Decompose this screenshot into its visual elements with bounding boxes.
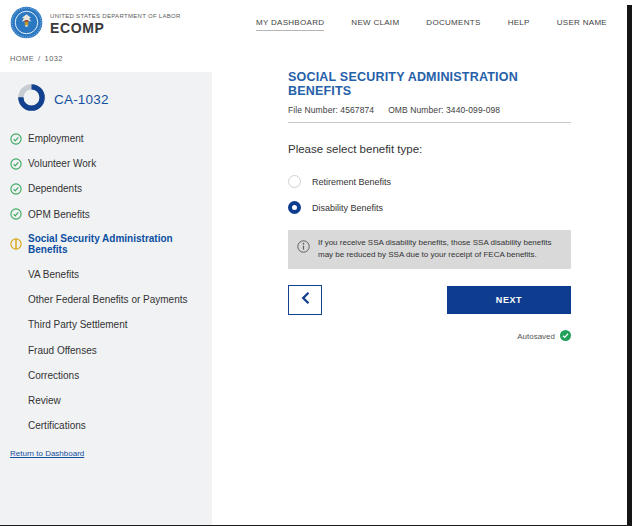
empty-status-slot <box>10 420 22 432</box>
sidebar-item-label: Review <box>28 395 61 406</box>
form-progress-sidebar: CA-1032 Employment Volunteer Work Depend… <box>0 72 212 526</box>
sidebar-item-label: OPM Benefits <box>28 209 90 220</box>
file-number-value: 4567874 <box>340 105 374 115</box>
sidebar-item-ssa-benefits[interactable]: Social Security Administration Benefits <box>0 227 212 262</box>
nav-new-claim[interactable]: NEW CLAIM <box>351 18 399 30</box>
check-circle-icon <box>10 183 22 195</box>
sidebar-item-label: Third Party Settlement <box>28 319 127 330</box>
sidebar-item-corrections[interactable]: Corrections <box>0 363 212 388</box>
breadcrumb-home[interactable]: HOME <box>10 54 34 63</box>
check-circle-icon <box>10 208 22 220</box>
sidebar-item-label: Corrections <box>28 370 79 381</box>
radio-retirement-benefits[interactable]: Retirement Benefits <box>288 175 571 188</box>
empty-status-slot <box>10 319 22 331</box>
info-icon <box>297 239 310 257</box>
progress-ring-icon <box>17 83 46 116</box>
sidebar-item-label: VA Benefits <box>28 269 79 280</box>
nav-help[interactable]: HELP <box>508 18 530 30</box>
benefit-type-question: Please select benefit type: <box>288 143 571 155</box>
form-meta: File Number: 4567874 OMB Number: 3440-09… <box>288 105 571 115</box>
in-progress-icon <box>10 238 22 250</box>
main-content: SOCIAL SECURITY ADMINISTRATION BENEFITS … <box>288 70 571 343</box>
dol-ecomp-logo[interactable]: UNITED STATES DEPARTMENT OF LABOR ECOMP <box>10 6 181 43</box>
back-button[interactable] <box>288 285 322 315</box>
sidebar-item-review[interactable]: Review <box>0 388 212 413</box>
nav-my-dashboard[interactable]: MY DASHBOARD <box>256 18 324 31</box>
form-title: CA-1032 <box>54 92 109 107</box>
section-divider <box>288 122 571 123</box>
breadcrumb-separator: / <box>38 54 40 63</box>
autosaved-check-icon <box>560 330 571 343</box>
omb-number-label: OMB Number: <box>388 105 443 115</box>
check-circle-icon <box>10 158 22 170</box>
radio-unselected-icon[interactable] <box>288 175 301 188</box>
page-title: SOCIAL SECURITY ADMINISTRATION BENEFITS <box>288 70 571 98</box>
dol-seal-icon <box>10 6 43 43</box>
sidebar-section-list: Employment Volunteer Work Dependents OPM… <box>0 126 212 438</box>
top-nav: MY DASHBOARD NEW CLAIM DOCUMENTS HELP US… <box>256 18 607 31</box>
sidebar-item-other-federal-benefits[interactable]: Other Federal Benefits or Payments <box>0 287 212 312</box>
app-name: ECOMP <box>50 20 181 36</box>
agency-name: UNITED STATES DEPARTMENT OF LABOR <box>50 13 181 19</box>
sidebar-header: CA-1032 <box>0 72 212 118</box>
autosaved-label: Autosaved <box>517 332 555 341</box>
benefit-type-options: Retirement Benefits Disability Benefits <box>288 175 571 214</box>
sidebar-item-certifications[interactable]: Certifications <box>0 413 212 438</box>
sidebar-item-label: Social Security Administration Benefits <box>28 233 204 255</box>
nav-user-name[interactable]: USER NAME <box>557 18 607 30</box>
omb-number-value: 3440-099-098 <box>446 105 500 115</box>
breadcrumb: HOME / 1032 <box>10 54 63 63</box>
sidebar-item-employment[interactable]: Employment <box>0 126 212 151</box>
sidebar-item-third-party-settlement[interactable]: Third Party Settlement <box>0 312 212 337</box>
window-right-edge <box>627 5 632 526</box>
sidebar-item-volunteer-work[interactable]: Volunteer Work <box>0 151 212 176</box>
empty-status-slot <box>10 294 22 306</box>
breadcrumb-current: 1032 <box>45 54 63 63</box>
check-circle-icon <box>10 133 22 145</box>
sidebar-item-label: Other Federal Benefits or Payments <box>28 294 188 305</box>
autosave-status: Autosaved <box>288 330 571 343</box>
empty-status-slot <box>10 344 22 356</box>
sidebar-item-fraud-offenses[interactable]: Fraud Offenses <box>0 338 212 363</box>
file-number: File Number: 4567874 <box>288 105 374 115</box>
file-number-label: File Number: <box>288 105 338 115</box>
nav-documents[interactable]: DOCUMENTS <box>426 18 480 30</box>
form-actions: NEXT <box>288 285 571 315</box>
empty-status-slot <box>10 369 22 381</box>
omb-number: OMB Number: 3440-099-098 <box>388 105 500 115</box>
return-to-dashboard-link[interactable]: Return to Dashboard <box>10 449 84 458</box>
sidebar-item-opm-benefits[interactable]: OPM Benefits <box>0 202 212 227</box>
ssa-disability-info-box: If you receive SSA disability benefits, … <box>288 230 571 269</box>
sidebar-item-va-benefits[interactable]: VA Benefits <box>0 262 212 287</box>
top-header: UNITED STATES DEPARTMENT OF LABOR ECOMP … <box>0 0 627 48</box>
empty-status-slot <box>10 394 22 406</box>
sidebar-item-label: Volunteer Work <box>28 158 96 169</box>
sidebar-item-dependents[interactable]: Dependents <box>0 176 212 201</box>
empty-status-slot <box>10 269 22 281</box>
sidebar-item-label: Employment <box>28 133 84 144</box>
sidebar-item-label: Dependents <box>28 183 82 194</box>
next-button[interactable]: NEXT <box>447 286 571 314</box>
radio-disability-benefits[interactable]: Disability Benefits <box>288 201 571 214</box>
chevron-left-icon <box>300 291 311 308</box>
radio-label: Disability Benefits <box>312 203 383 213</box>
radio-selected-icon[interactable] <box>288 201 301 214</box>
info-text: If you receive SSA disability benefits, … <box>318 237 561 262</box>
sidebar-item-label: Fraud Offenses <box>28 345 97 356</box>
sidebar-item-label: Certifications <box>28 420 86 431</box>
radio-label: Retirement Benefits <box>312 177 391 187</box>
